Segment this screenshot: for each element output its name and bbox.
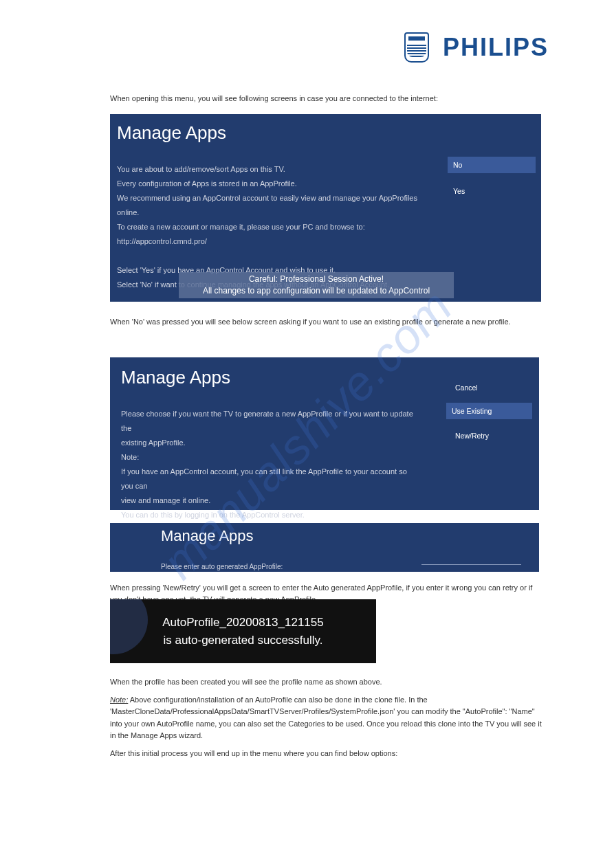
post-list-intro: After this initial process you will end … — [110, 748, 543, 760]
screen1-title: Manage Apps — [117, 122, 226, 144]
screen3-prompt: Please enter auto generated AppProfile: — [161, 559, 283, 574]
screen2-title: Manage Apps — [121, 367, 230, 388]
option-no[interactable]: No — [448, 157, 536, 173]
screen2-body: Please choose if you want the TV to gene… — [121, 407, 417, 537]
post-note-label: Note: — [110, 695, 128, 704]
screen1-line: Every configuration of Apps is stored in… — [117, 177, 419, 191]
option-cancel[interactable]: Cancel — [450, 379, 532, 396]
intro-text: When opening this menu, you will see fol… — [110, 93, 543, 104]
warning-line-2: All changes to app configuration will be… — [179, 285, 454, 297]
mid-text-1: When 'No' was pressed you will see below… — [110, 316, 543, 328]
manage-apps-screen-2: Manage Apps Please choose if you want th… — [110, 357, 539, 510]
screen3-title: Manage Apps — [161, 527, 254, 545]
option-new-retry[interactable]: New/Retry — [450, 427, 532, 444]
screen1-line: You are about to add/remove/sort Apps on… — [117, 162, 419, 177]
manage-apps-screen-3: Manage Apps Please enter auto generated … — [110, 523, 539, 572]
screen1-blank-line — [117, 249, 419, 263]
post-line-1: When the profile has been created you wi… — [110, 676, 543, 689]
brand-header: PHILIPS — [404, 32, 549, 63]
philips-wordmark: PHILIPS — [443, 33, 549, 62]
screen2-line: view and manage it online. — [121, 493, 417, 508]
profile-input[interactable] — [421, 564, 521, 565]
screen2-line: Note: — [121, 450, 417, 465]
screen2-line: If you have an AppControl account, you c… — [121, 465, 417, 493]
toast-line-2: is auto-generated successfully. — [163, 632, 322, 649]
option-use-existing[interactable]: Use Existing — [446, 403, 532, 419]
screen1-line: We recommend using an AppControl account… — [117, 191, 419, 220]
screen2-line: Please choose if you want the TV to gene… — [121, 407, 417, 436]
warning-banner: Careful: Professional Session Active! Al… — [179, 272, 454, 298]
warning-line-1: Careful: Professional Session Active! — [179, 274, 454, 285]
post-text-block: When the profile has been created you wi… — [110, 676, 543, 760]
toast-line-1: AutoProfile_20200813_121155 — [162, 614, 323, 632]
screen2-line: You can do this by logging in on the App… — [121, 508, 417, 522]
screen1-line: http://appcontrol.cmnd.pro/ — [117, 234, 419, 249]
manage-apps-screen-1: Manage Apps You are about to add/remove/… — [110, 114, 541, 302]
screen2-line: existing AppProfile. — [121, 436, 417, 450]
post-note-body: Above configuration/installation of an A… — [110, 695, 542, 740]
success-toast: AutoProfile_20200813_121155 is auto-gene… — [110, 599, 376, 663]
option-yes[interactable]: Yes — [448, 183, 536, 199]
philips-shield-icon — [404, 32, 429, 63]
screen1-line: To create a new account or manage it, pl… — [117, 220, 419, 234]
